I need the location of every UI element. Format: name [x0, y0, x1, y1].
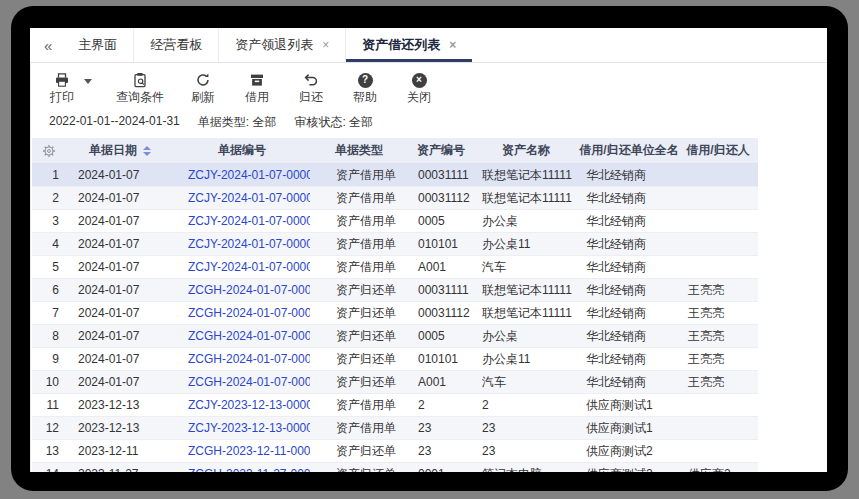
header-asset-number[interactable]: 资产编号 — [408, 138, 474, 163]
column-settings-button[interactable] — [32, 138, 66, 163]
toolbar-button-label: 关闭 — [407, 90, 431, 104]
table-row[interactable]: 102024-01-07ZCGH-2024-01-07-00001资产归还单A0… — [32, 371, 758, 394]
header-doc-type[interactable]: 单据类型 — [310, 138, 408, 163]
table-cell: 华北经销商 — [578, 282, 680, 299]
table-cell: 2 — [474, 398, 578, 412]
date-range-filter[interactable]: 2022-01-01--2024-01-31 — [49, 114, 180, 131]
collapse-tabs-button[interactable]: « — [44, 37, 52, 54]
table-cell: 2024-01-07 — [66, 191, 174, 205]
table-row[interactable]: 92024-01-07ZCGH-2024-01-07-00001资产归还单010… — [32, 348, 758, 371]
table-cell: 2024-01-07 — [66, 237, 174, 251]
table-cell: 资产借用单 — [310, 397, 408, 414]
tab-asset-borrow-return-list[interactable]: 资产借还列表 × — [345, 28, 472, 62]
header-doc-date[interactable]: 单据日期 — [66, 138, 174, 163]
table-cell: 资产归还单 — [310, 282, 408, 299]
table-row[interactable]: 122023-12-13ZCJY-2023-12-13-00002资产借用单23… — [32, 417, 758, 440]
doc-number-link[interactable]: ZCGH-2023-11-27-00001 — [174, 467, 310, 472]
toolbar-button-label: 刷新 — [191, 90, 215, 104]
help-circle-icon: ? — [358, 72, 373, 88]
table-cell: 汽车 — [474, 259, 578, 276]
table-cell: 23 — [408, 444, 474, 458]
doc-number-link[interactable]: ZCGH-2024-01-07-00001 — [174, 375, 310, 389]
table-cell: 资产归还单 — [310, 328, 408, 345]
table-cell: 23 — [474, 444, 578, 458]
doc-number-link[interactable]: ZCGH-2024-01-07-00001 — [174, 306, 310, 320]
table-cell: 2 — [408, 398, 474, 412]
print-button-group: 打印 — [47, 72, 92, 104]
table-cell: 2024-01-07 — [66, 283, 174, 297]
tab-asset-issue-return-list[interactable]: 资产领退列表 × — [218, 28, 345, 62]
print-dropdown-caret[interactable] — [84, 79, 92, 84]
table-cell: 办公桌 — [474, 213, 578, 230]
table-cell: 资产借用单 — [310, 259, 408, 276]
table-row[interactable]: 112023-12-13ZCJY-2023-12-13-00002资产借用单22… — [32, 394, 758, 417]
doc-number-link[interactable]: ZCJY-2024-01-07-00001 — [174, 260, 310, 274]
doc-number-link[interactable]: ZCGH-2024-01-07-00001 — [174, 283, 310, 297]
doc-number-link[interactable]: ZCJY-2024-01-07-00001 — [174, 214, 310, 228]
data-grid: 单据日期 单据编号 单据类型 资产编号 资产名称 借用/归还单位全名 借用/归还… — [32, 138, 758, 472]
table-header-row: 单据日期 单据编号 单据类型 资产编号 资产名称 借用/归还单位全名 借用/归还… — [32, 138, 758, 164]
toolbar-button-label: 借用 — [245, 90, 269, 104]
row-number: 8 — [32, 329, 66, 343]
table-row[interactable]: 142023-11-27ZCGH-2023-11-27-00001资产归还单00… — [32, 463, 758, 472]
doc-number-link[interactable]: ZCJY-2024-01-07-00001 — [174, 237, 310, 251]
table-cell: 23 — [474, 421, 578, 435]
doc-number-link[interactable]: ZCGH-2024-01-07-00001 — [174, 352, 310, 366]
table-row[interactable]: 132023-12-11ZCGH-2023-12-11-00002资产归还单23… — [32, 440, 758, 463]
header-borrower[interactable]: 借用/归还人 — [680, 138, 756, 163]
borrow-button[interactable]: 借用 — [242, 72, 272, 104]
refresh-button[interactable]: 刷新 — [188, 72, 218, 104]
tab-main-screen[interactable]: 主界面 — [62, 28, 133, 62]
table-cell: 资产借用单 — [310, 420, 408, 437]
row-number: 9 — [32, 352, 66, 366]
table-cell: 王亮亮 — [680, 328, 756, 345]
doc-number-link[interactable]: ZCGH-2024-01-07-00001 — [174, 329, 310, 343]
tab-close-icon[interactable]: × — [322, 38, 329, 52]
toolbar-button-label: 打印 — [50, 90, 74, 104]
doc-type-filter[interactable]: 单据类型: 全部 — [198, 114, 277, 131]
table-row[interactable]: 62024-01-07ZCGH-2024-01-07-00001资产归还单000… — [32, 279, 758, 302]
return-button[interactable]: 归还 — [296, 72, 326, 104]
header-asset-name[interactable]: 资产名称 — [474, 138, 578, 163]
tab-label: 经营看板 — [150, 36, 202, 54]
clipboard-search-icon — [132, 72, 148, 88]
query-conditions-button[interactable]: 查询条件 — [116, 72, 164, 104]
header-doc-number[interactable]: 单据编号 — [174, 138, 310, 163]
table-cell: 联想笔记本11111 — [474, 167, 578, 184]
print-button[interactable]: 打印 — [47, 72, 77, 104]
table-row[interactable]: 82024-01-07ZCGH-2024-01-07-00001资产归还单000… — [32, 325, 758, 348]
table-cell: 0005 — [408, 214, 474, 228]
doc-number-link[interactable]: ZCJY-2024-01-07-00001 — [174, 168, 310, 182]
table-cell: 供应商测试1 — [578, 420, 680, 437]
doc-number-link[interactable]: ZCGH-2023-12-11-00002 — [174, 444, 310, 458]
doc-number-link[interactable]: ZCJY-2023-12-13-00002 — [174, 398, 310, 412]
tab-business-dashboard[interactable]: 经营看板 — [133, 28, 218, 62]
table-cell: 华北经销商 — [578, 305, 680, 322]
help-button[interactable]: ? 帮助 — [350, 72, 380, 104]
table-cell: 资产归还单 — [310, 466, 408, 473]
table-cell: 2024-01-07 — [66, 329, 174, 343]
table-cell: 23 — [408, 421, 474, 435]
close-button[interactable]: × 关闭 — [404, 72, 434, 104]
table-row[interactable]: 22024-01-07ZCJY-2024-01-07-00001资产借用单000… — [32, 187, 758, 210]
doc-number-link[interactable]: ZCJY-2023-12-13-00002 — [174, 421, 310, 435]
tab-close-icon[interactable]: × — [449, 38, 456, 52]
sort-icon[interactable] — [143, 146, 151, 156]
table-row[interactable]: 42024-01-07ZCJY-2024-01-07-00001资产借用单010… — [32, 233, 758, 256]
table-body: 12024-01-07ZCJY-2024-01-07-00001资产借用单000… — [32, 164, 758, 472]
table-cell: 供应商2 — [680, 466, 756, 473]
tab-bar: « 主界面 经营看板 资产领退列表 × 资产借还列表 × — [30, 28, 827, 63]
table-cell: 资产借用单 — [310, 190, 408, 207]
table-row[interactable]: 32024-01-07ZCJY-2024-01-07-00001资产借用单000… — [32, 210, 758, 233]
table-cell: 资产借用单 — [310, 236, 408, 253]
audit-status-filter[interactable]: 审核状态: 全部 — [294, 114, 373, 131]
table-row[interactable]: 52024-01-07ZCJY-2024-01-07-00001资产借用单A00… — [32, 256, 758, 279]
header-unit-name[interactable]: 借用/归还单位全名 — [578, 138, 680, 163]
table-row[interactable]: 72024-01-07ZCGH-2024-01-07-00001资产归还单000… — [32, 302, 758, 325]
row-number: 4 — [32, 237, 66, 251]
doc-number-link[interactable]: ZCJY-2024-01-07-00001 — [174, 191, 310, 205]
tab-label: 主界面 — [78, 36, 117, 54]
table-cell: 华北经销商 — [578, 328, 680, 345]
table-row[interactable]: 12024-01-07ZCJY-2024-01-07-00001资产借用单000… — [32, 164, 758, 187]
content-panel: 打印 查询条件 — [30, 63, 827, 472]
